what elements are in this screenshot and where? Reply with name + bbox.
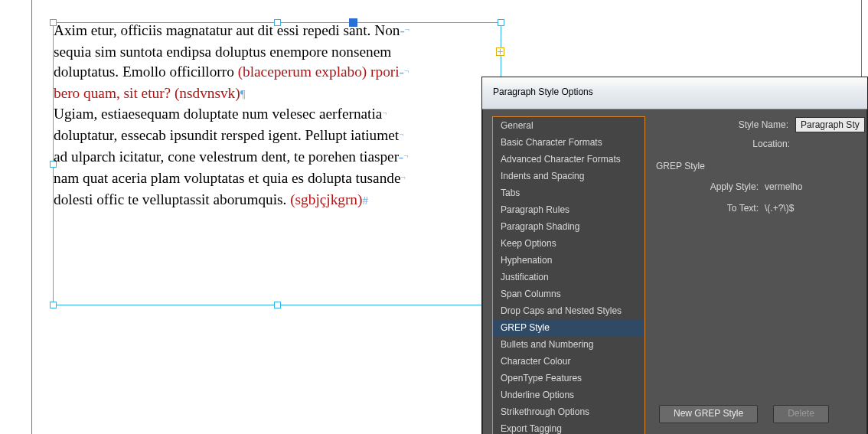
body-text: doluptatur, essecab ipsundit rersped ige… (54, 127, 399, 143)
category-item[interactable]: Keep Options (493, 235, 644, 252)
line-break-mark: ¬ (403, 145, 408, 165)
style-name-field[interactable]: Paragraph Sty (795, 117, 865, 132)
category-item[interactable]: Justification (493, 269, 644, 286)
line-break-mark: ¬ (404, 60, 409, 80)
resize-handle-bl[interactable] (50, 302, 57, 308)
dialog-title: Paragraph Style Options (493, 86, 593, 97)
delete-button[interactable]: Delete (773, 405, 829, 423)
dialog-right-pane: Style Name: Paragraph Sty Location: GREP… (645, 109, 867, 434)
text-content[interactable]: Axim etur, officiis magnatatur aut dit e… (54, 21, 501, 210)
grep-match-text: (sgbjçjkgrn) (290, 191, 362, 207)
category-item[interactable]: OpenType Features (493, 370, 644, 387)
to-text-value[interactable]: \(.+?\)$ (765, 203, 794, 214)
category-item[interactable]: Character Colour (493, 353, 644, 370)
category-item[interactable]: Export Tagging (493, 420, 644, 434)
body-text: nam quat aceria plam voluptatas et quia … (54, 170, 401, 186)
line-break-mark: ¬ (382, 103, 387, 122)
category-item[interactable]: Advanced Character Formats (493, 151, 644, 168)
category-item[interactable]: General (493, 117, 644, 134)
body-text: Axim etur, officiis magnatatur aut dit e… (54, 22, 400, 38)
line-break-mark: ¬ (399, 124, 403, 144)
category-item[interactable]: Indents and Spacing (493, 168, 644, 184)
body-text: Ugiam, estiaesequam doluptate num velese… (54, 106, 382, 122)
paragraph-style-options-dialog: Paragraph Style Options GeneralBasic Cha… (481, 77, 868, 434)
body-text: ad ulparch icitatur, cone velestrum dent… (54, 148, 399, 165)
dialog-title-bar[interactable]: Paragraph Style Options (482, 77, 867, 109)
category-sidebar: GeneralBasic Character FormatsAdvanced C… (482, 109, 645, 434)
category-item[interactable]: Basic Character Formats (493, 134, 644, 151)
grep-style-entry[interactable]: Apply Style: vermelho To Text: \(.+?\)$ (664, 179, 867, 216)
category-item[interactable]: Bullets and Numbering (493, 336, 644, 353)
grep-match-text: (blaceperum explabo) rpori (238, 64, 400, 80)
category-item[interactable]: Span Columns (493, 286, 644, 302)
category-item[interactable]: Underline Options (493, 387, 644, 403)
category-item[interactable]: Paragraph Rules (493, 201, 644, 218)
category-item[interactable]: Paragraph Shading (493, 218, 644, 235)
category-item[interactable]: Drop Caps and Nested Styles (493, 302, 644, 319)
grep-match-text: bero quam, sit etur? (nsdvnsvk) (54, 85, 240, 101)
category-item[interactable]: Hyphenation (493, 252, 644, 269)
body-text: doluptatus. Emollo officillorro (54, 64, 238, 80)
text-frame[interactable]: Axim etur, officiis magnatatur aut dit e… (53, 22, 501, 305)
body-text: sequia sim suntota endipsa doluptus enem… (54, 44, 391, 60)
line-break-mark: ¬ (401, 167, 406, 187)
body-text: dolesti offic te velluptassit aborumquis… (54, 191, 290, 207)
location-label: Location: (645, 139, 790, 149)
category-item[interactable]: GREP Style (493, 319, 644, 336)
category-item[interactable]: Strikethrough Options (493, 403, 644, 420)
apply-style-value[interactable]: vermelho (765, 181, 802, 192)
category-item[interactable]: Tabs (493, 184, 644, 201)
new-grep-style-button[interactable]: New GREP Style (659, 405, 758, 423)
to-text-label: To Text: (664, 203, 759, 214)
resize-handle-bc[interactable] (274, 302, 281, 308)
panel-title: GREP Style (656, 161, 867, 171)
pilcrow-icon: ¶ (240, 88, 246, 100)
line-break-mark: ¬ (405, 19, 410, 39)
end-of-story-icon: # (362, 194, 368, 207)
apply-style-label: Apply Style: (664, 181, 759, 192)
style-name-label: Style Name: (645, 119, 788, 130)
